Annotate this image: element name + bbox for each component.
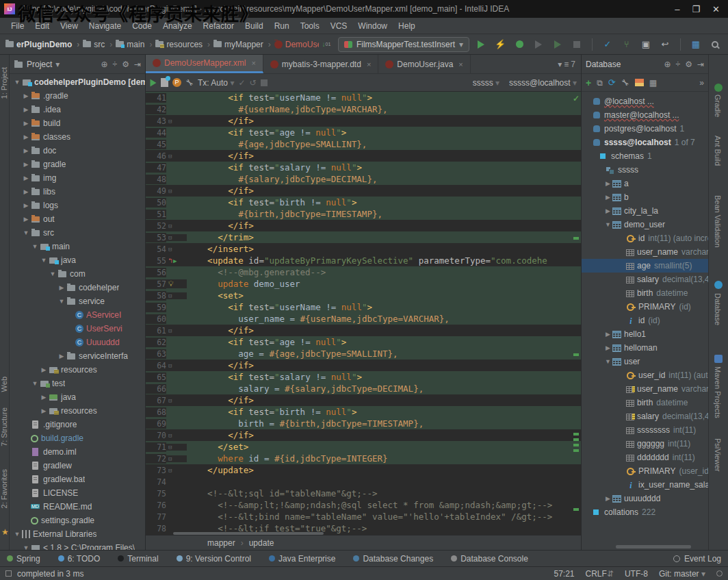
commit-icon[interactable]: ▣ [638,37,653,52]
toolwindow-gradle-tab[interactable]: Gradle [714,94,722,117]
code-line[interactable]: 61 ⊟ ↰ ▶ 💡︎ </if> [146,325,581,336]
database-tree-row[interactable]: salary decimal(13,4) [582,273,708,286]
table-view-icon[interactable]: ▦ [649,78,657,88]
hide-panel-icon[interactable]: ⇥ [697,60,704,69]
toolwindow-database-tab[interactable]: Database [714,293,722,325]
project-tree-row[interactable]: gradlew [10,459,145,472]
database-tree-row[interactable]: ix_user_name_salary (us [582,478,708,492]
code-line[interactable]: 60 ⊟ ↰ ▶ 💡︎ user_name = #{userName,jdbcT… [146,313,581,325]
horizontal-scrollbar[interactable] [173,532,324,535]
database-tree-row[interactable]: gggggg int(11) [582,437,708,451]
expander-icon[interactable]: ▼ [21,229,31,236]
caret-position[interactable]: 57:21 [554,569,575,579]
expander-icon[interactable]: ▼ [39,257,49,264]
breadcrumb-update[interactable]: update [249,538,274,548]
code-line[interactable]: 46 ⊟ ↰ ▶ 💡︎ </if> [146,150,581,162]
collapse-all-icon[interactable]: ÷ [676,60,681,69]
project-tree-row[interactable]: gradlew.bat [10,472,145,486]
project-tree-row[interactable]: ▶ img [10,171,145,185]
close-tab-icon[interactable]: × [367,60,371,68]
project-tree-row[interactable]: UserServi [10,322,145,336]
project-tree-row[interactable]: ▼ service [10,294,145,308]
expander-icon[interactable]: ▶ [21,216,31,223]
code-line[interactable]: 58 ⊟ ↰ ▶ 💡︎ <set> [146,290,581,301]
code-line[interactable]: 69 ⊟ ↰ ▶ 💡︎ birth = #{birth,jdbcType=TIM… [146,418,581,429]
project-tree-row[interactable]: ▶ out [10,212,145,226]
menu-item[interactable]: Help [393,19,421,33]
project-tree-row[interactable]: settings.gradle [10,514,145,527]
minimize-button[interactable]: – [675,4,679,14]
database-tree-row[interactable]: @localhost ... [582,94,708,108]
code-line[interactable]: 52 ⊟ ↰ ▶ 💡︎ </if> [146,220,581,231]
database-panel-title[interactable]: Database [586,60,621,69]
fold-icon[interactable]: ⊟ [168,455,172,462]
rollback-icon[interactable]: ↩ [658,37,673,52]
schema-select[interactable]: sssss ▾ [473,78,499,88]
project-tree-row[interactable]: ▶ resources [10,363,145,377]
git-branch-select[interactable]: Git: master ▾ [659,569,705,579]
project-tree-row[interactable]: ▶ doc [10,144,145,157]
add-datasource-icon[interactable]: + [586,77,591,88]
settings-gear-icon[interactable]: ⚙ [685,60,692,69]
code-line[interactable]: 62 ⊟ ↰ ▶ 💡︎ <if test="age != null"> [146,336,581,348]
update-project-icon[interactable]: ✓ [600,37,615,52]
expander-icon[interactable]: ▶ [21,175,31,181]
database-tree-row[interactable]: master@localhost ... [582,108,708,122]
toolwindow-button[interactable]: Terminal [118,554,158,564]
debug-button[interactable] [512,37,527,52]
star-icon[interactable]: ★ [1,527,9,537]
expander-icon[interactable]: ▶ [603,194,612,201]
tab-list-icon[interactable]: ≡ [564,60,569,69]
toolwindow-structure-tab[interactable]: 7: Structure [0,407,10,446]
sort-lines-icon[interactable]: ↓01 [319,37,334,52]
code-line[interactable]: 65 ⊟ ↰ ▶ 💡︎ <if test="salary != null"> [146,371,581,383]
code-line[interactable]: 53 ⊟ ↰ ▶ 💡︎ </trim> [146,231,581,243]
fold-icon[interactable]: ⊟ [168,467,172,474]
project-tree-row[interactable]: ▶ build [10,116,145,130]
menu-item[interactable]: Window [352,19,393,33]
parameters-icon[interactable]: P [172,78,181,87]
intention-bulb-icon[interactable]: 💡︎ [168,279,174,288]
database-tree-row[interactable]: age smallint(5) [582,259,708,273]
expander-icon[interactable]: ▶ [21,92,31,99]
close-tab-icon[interactable]: × [458,60,463,68]
database-tree-row[interactable]: ssssssss int(11) [582,423,708,437]
project-tree-row[interactable]: ▼ java [10,253,145,267]
hector-icon[interactable] [716,570,723,577]
vcs-push-icon[interactable]: ⑂ [619,37,634,52]
code-line[interactable]: 43 ⊟ ↰ ▶ 💡︎ </if> [146,115,581,127]
expander-icon[interactable]: ▶ [39,407,49,414]
maximize-button[interactable]: ❐ [692,4,700,14]
editor-tab[interactable]: mybatis-3-mapper.dtd × [263,55,379,73]
project-tree-row[interactable]: ▶ .gradle [10,89,145,103]
project-tree-row[interactable]: ▼ src [10,226,145,240]
close-tab-icon[interactable]: × [251,59,255,67]
code-line[interactable]: 74 ⊟ ↰ ▶ 💡︎ [146,476,581,488]
code-line[interactable]: 71 ⊟ ↰ ▶ 💡︎ </set> [146,441,581,453]
toolwindow-button[interactable]: 6: TODO [58,554,101,564]
project-tree-row[interactable]: ▶ codehelper [10,281,145,294]
expander-icon[interactable]: ▶ [39,394,49,401]
database-tree-row[interactable]: ▶ uuuudddd [582,492,708,505]
expander-icon[interactable]: ▼ [603,221,612,228]
code-line[interactable]: 72 ⊟ ↰ ▶ 💡︎ where id = #{id,jdbcType=INT… [146,453,581,464]
database-tree-row[interactable]: ddddddd int(11) [582,451,708,464]
toolwindow-psiviewer-tab[interactable]: PsiViewer [714,438,722,472]
project-tree-row[interactable]: AServiceI [10,308,145,322]
database-tree-row[interactable]: ▶ hello1 [582,327,708,341]
project-tree-row[interactable]: ▶ logs [10,199,145,212]
breadcrumb-item[interactable]: DemoUserMapper.xml › [274,40,319,49]
coverage-button[interactable] [550,37,565,52]
code-line[interactable]: 66 ⊟ ↰ ▶ 💡︎ salary = #{salary,jdbcType=D… [146,383,581,394]
project-tree-row[interactable]: ▼ < 1.8 > C:\Program Files\ [10,541,145,550]
expander-icon[interactable]: ▶ [39,366,49,373]
expander-icon[interactable]: ▼ [21,544,31,550]
toolwindow-button[interactable]: Database Changes [353,554,433,564]
code-line[interactable]: 45 ⊟ ↰ ▶ 💡︎ #{age,jdbcType=SMALLINT}, [146,138,581,150]
database-tree-row[interactable]: birth datetime [582,396,708,409]
code-line[interactable]: 49 ⊟ ↰ ▶ 💡︎ </if> [146,185,581,197]
expander-icon[interactable]: ▼ [12,79,22,86]
database-tree-row[interactable]: ▼ user [582,355,708,368]
fold-icon[interactable]: ⊟ [168,327,172,334]
project-tree-row[interactable]: ▶ libs [10,185,145,199]
